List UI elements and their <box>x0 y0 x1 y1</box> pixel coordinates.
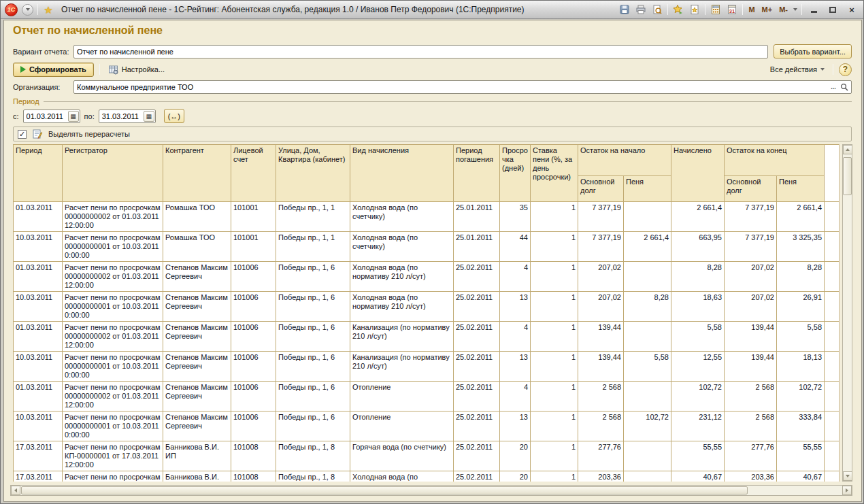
organization-ellipsis-button[interactable]: ... <box>828 82 839 93</box>
table-cell[interactable]: 2 661,4 <box>777 202 825 232</box>
column-header[interactable]: Контрагент <box>163 145 231 202</box>
column-header[interactable]: Основной долг <box>578 176 624 202</box>
table-cell[interactable]: 231,12 <box>671 411 725 441</box>
table-cell[interactable]: 25.02.2011 <box>454 322 500 352</box>
column-header[interactable]: Пеня <box>777 176 825 202</box>
table-cell[interactable]: Победы пр., 1, 8 <box>276 441 350 471</box>
table-cell[interactable]: 13 <box>500 352 531 382</box>
table-row[interactable]: 10.03.2011Расчет пени по просрочкам 0000… <box>14 411 840 441</box>
window-minimize-button[interactable] <box>806 5 821 15</box>
table-cell[interactable]: Степанов Максим Сергеевич <box>163 262 231 292</box>
table-cell[interactable]: 101006 <box>231 262 276 292</box>
table-cell[interactable] <box>825 262 840 292</box>
table-row[interactable]: 01.03.2011Расчет пени по просрочкам 0000… <box>14 382 840 411</box>
organization-search-button[interactable] <box>839 82 850 93</box>
calendar-button[interactable]: 31 <box>726 3 738 16</box>
table-cell[interactable]: Горячая вода (по счетчику) <box>350 441 454 471</box>
vertical-scroll-thumb[interactable] <box>843 157 852 195</box>
table-cell[interactable]: Победы пр., 1, 6 <box>276 352 350 382</box>
table-cell[interactable]: 101008 <box>231 441 276 471</box>
window-close-button[interactable]: × <box>844 5 859 15</box>
table-cell[interactable]: 1 <box>531 262 578 292</box>
table-cell[interactable]: Победы пр., 1, 1 <box>276 232 350 262</box>
table-cell[interactable]: 102,72 <box>777 382 825 411</box>
table-cell[interactable]: 203,36 <box>578 471 624 482</box>
choose-variant-button[interactable]: Выбрать вариант... <box>774 44 852 58</box>
table-cell[interactable]: 4 <box>500 322 531 352</box>
table-cell[interactable]: 101001 <box>231 202 276 232</box>
table-cell[interactable]: 18,63 <box>671 292 725 322</box>
table-cell[interactable]: 7 377,19 <box>578 232 624 262</box>
column-header[interactable] <box>825 145 840 202</box>
table-row[interactable]: 17.03.2011Расчет пени по просрочкам КП-0… <box>14 471 840 482</box>
table-row[interactable]: 17.03.2011Расчет пени по просрочкам КП-0… <box>14 441 840 471</box>
table-cell[interactable]: 10.03.2011 <box>14 352 63 382</box>
table-cell[interactable]: 101006 <box>231 352 276 382</box>
horizontal-scroll-thumb[interactable] <box>21 486 748 494</box>
table-cell[interactable]: Расчет пени по просрочкам 00000000001 от… <box>63 411 163 441</box>
table-cell[interactable]: Победы пр., 1, 6 <box>276 262 350 292</box>
table-cell[interactable]: 1 <box>531 411 578 441</box>
table-cell[interactable]: 20 <box>500 441 531 471</box>
scroll-right-button[interactable] <box>842 486 852 495</box>
table-cell[interactable]: 2 661,4 <box>624 232 671 262</box>
table-cell[interactable]: 2 568 <box>578 411 624 441</box>
column-group-header[interactable]: Остаток на конец <box>725 145 825 176</box>
table-cell[interactable]: 12,55 <box>671 352 725 382</box>
table-cell[interactable]: Отопление <box>350 382 454 411</box>
table-cell[interactable] <box>825 382 840 411</box>
table-cell[interactable]: 207,02 <box>725 262 777 292</box>
column-header[interactable]: Основной долг <box>725 176 777 202</box>
table-cell[interactable]: 4 <box>500 382 531 411</box>
column-group-header[interactable]: Остаток на начало <box>578 145 671 176</box>
table-cell[interactable]: 8,28 <box>624 292 671 322</box>
table-cell[interactable]: 139,44 <box>578 322 624 352</box>
table-cell[interactable] <box>825 352 840 382</box>
date-picker-icon[interactable]: ▦ <box>144 111 154 122</box>
table-cell[interactable]: Степанов Максим Сергеевич <box>163 292 231 322</box>
variant-input[interactable]: Отчет по начисленной пене <box>73 45 768 58</box>
all-actions-button[interactable]: Все действия <box>767 64 827 75</box>
table-cell[interactable] <box>825 322 840 352</box>
table-cell[interactable]: 5,58 <box>624 352 671 382</box>
settings-button[interactable]: Настройка... <box>105 63 167 76</box>
table-cell[interactable]: 13 <box>500 292 531 322</box>
table-cell[interactable] <box>825 471 840 482</box>
table-cell[interactable] <box>624 202 671 232</box>
column-header[interactable]: Период погашения <box>454 145 500 202</box>
calculator-button[interactable] <box>710 3 722 16</box>
window-maximize-button[interactable] <box>825 5 840 15</box>
go-favorites-button[interactable] <box>672 3 684 16</box>
table-cell[interactable]: 18,13 <box>777 352 825 382</box>
table-cell[interactable] <box>624 262 671 292</box>
table-cell[interactable]: 207,02 <box>578 292 624 322</box>
table-cell[interactable]: 3 325,35 <box>777 232 825 262</box>
column-header[interactable]: Период <box>14 145 63 202</box>
column-header[interactable]: Ставка пени (%, за день просрочки) <box>531 145 578 202</box>
table-cell[interactable]: 10.03.2011 <box>14 232 63 262</box>
table-cell[interactable]: Расчет пени по просрочкам 00000000001 от… <box>63 352 163 382</box>
column-header[interactable]: Пеня <box>624 176 671 202</box>
add-favorite-button[interactable] <box>688 3 701 16</box>
table-cell[interactable]: 2 568 <box>578 382 624 411</box>
table-cell[interactable]: 7 377,19 <box>578 202 624 232</box>
favorites-star-icon[interactable]: ★ <box>42 3 54 16</box>
table-cell[interactable]: 01.03.2011 <box>14 382 63 411</box>
table-cell[interactable]: 40,67 <box>777 471 825 482</box>
help-button[interactable]: ? <box>839 63 852 76</box>
table-cell[interactable]: Расчет пени по просрочкам 00000000002 от… <box>63 262 163 292</box>
table-cell[interactable] <box>624 382 671 411</box>
column-header[interactable]: Вид начисления <box>350 145 454 202</box>
table-cell[interactable] <box>624 471 671 482</box>
table-cell[interactable]: Расчет пени по просрочкам 00000000002 от… <box>63 322 163 352</box>
table-cell[interactable]: 01.03.2011 <box>14 262 63 292</box>
table-cell[interactable] <box>825 411 840 441</box>
table-cell[interactable]: 663,95 <box>671 232 725 262</box>
column-header[interactable]: Лицевой счет <box>231 145 276 202</box>
table-cell[interactable]: 1 <box>531 232 578 262</box>
table-cell[interactable]: Степанов Максим Сергеевич <box>163 382 231 411</box>
table-cell[interactable]: Холодная вода (по счетчику) <box>350 471 454 482</box>
table-cell[interactable]: 1 <box>531 352 578 382</box>
chevron-down-icon[interactable] <box>793 8 797 11</box>
table-cell[interactable]: 10.03.2011 <box>14 411 63 441</box>
